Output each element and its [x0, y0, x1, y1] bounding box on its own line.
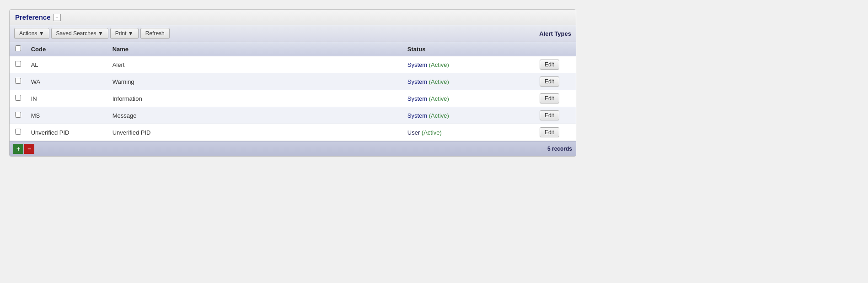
row-checkbox-cell [10, 124, 27, 141]
row-checkbox[interactable] [15, 95, 21, 101]
remove-record-button[interactable]: − [24, 144, 34, 154]
row-checkbox-cell [10, 73, 27, 90]
status-type: System [407, 61, 429, 68]
toolbar-right-label: Alert Types [539, 30, 571, 37]
edit-button[interactable]: Edit [540, 93, 559, 103]
row-checkbox-cell [10, 90, 27, 107]
header-action [535, 42, 576, 56]
table-row: INInformationSystem (Active)Edit [10, 90, 576, 107]
row-code: MS [27, 107, 108, 124]
row-status: User (Active) [403, 124, 535, 141]
status-state: (Active) [422, 129, 442, 136]
actions-button[interactable]: Actions ▼ [14, 28, 49, 39]
saved-searches-button[interactable]: Saved Searches ▼ [51, 28, 108, 39]
edit-button[interactable]: Edit [540, 110, 559, 120]
add-record-button[interactable]: + [13, 144, 23, 154]
row-checkbox[interactable] [15, 112, 21, 118]
status-state: (Active) [429, 95, 449, 102]
header-name: Name [108, 42, 403, 56]
edit-button[interactable]: Edit [540, 60, 559, 70]
row-checkbox[interactable] [15, 129, 21, 135]
status-type: System [407, 95, 429, 102]
toolbar: Actions ▼ Saved Searches ▼ Print ▼ Refre… [10, 25, 576, 42]
preference-panel: Preference − Actions ▼ Saved Searches ▼ … [9, 9, 576, 157]
status-state: (Active) [429, 61, 449, 68]
table-row: ALAlertSystem (Active)Edit [10, 56, 576, 73]
row-edit-cell: Edit [535, 73, 576, 90]
records-count: 5 records [547, 146, 572, 152]
row-code: Unverified PID [27, 124, 108, 141]
select-all-checkbox[interactable] [15, 45, 21, 51]
table-row: Unverified PIDUnverified PIDUser (Active… [10, 124, 576, 141]
row-code: AL [27, 56, 108, 73]
edit-button[interactable]: Edit [540, 76, 559, 87]
row-name: Unverified PID [108, 124, 403, 141]
row-status: System (Active) [403, 73, 535, 90]
header-code: Code [27, 42, 108, 56]
row-edit-cell: Edit [535, 107, 576, 124]
table-row: MSMessageSystem (Active)Edit [10, 107, 576, 124]
row-edit-cell: Edit [535, 56, 576, 73]
row-status: System (Active) [403, 56, 535, 73]
row-name: Information [108, 90, 403, 107]
footer-actions: + − [13, 144, 34, 154]
row-name: Alert [108, 56, 403, 73]
row-name: Warning [108, 73, 403, 90]
row-checkbox[interactable] [15, 61, 21, 67]
row-checkbox-cell [10, 107, 27, 124]
status-type: System [407, 78, 429, 85]
panel-header: Preference − [10, 10, 576, 25]
table-footer: + − 5 records [10, 141, 576, 156]
status-state: (Active) [429, 112, 449, 119]
status-state: (Active) [429, 78, 449, 85]
refresh-button[interactable]: Refresh [140, 28, 170, 39]
collapse-button[interactable]: − [54, 14, 61, 21]
row-checkbox-cell [10, 56, 27, 73]
print-button[interactable]: Print ▼ [110, 28, 139, 39]
row-status: System (Active) [403, 90, 535, 107]
row-code: WA [27, 73, 108, 90]
header-status: Status [403, 42, 535, 56]
data-table: Code Name Status ALAlertSystem (Active)E… [10, 42, 576, 141]
status-type: System [407, 112, 429, 119]
header-checkbox-col [10, 42, 27, 56]
table-row: WAWarningSystem (Active)Edit [10, 73, 576, 90]
toolbar-left: Actions ▼ Saved Searches ▼ Print ▼ Refre… [14, 28, 170, 39]
row-edit-cell: Edit [535, 90, 576, 107]
panel-title: Preference [15, 13, 51, 21]
row-checkbox[interactable] [15, 78, 21, 84]
status-type: User [407, 129, 422, 136]
row-edit-cell: Edit [535, 124, 576, 141]
table-header-row: Code Name Status [10, 42, 576, 56]
edit-button[interactable]: Edit [540, 127, 559, 137]
row-status: System (Active) [403, 107, 535, 124]
row-name: Message [108, 107, 403, 124]
row-code: IN [27, 90, 108, 107]
